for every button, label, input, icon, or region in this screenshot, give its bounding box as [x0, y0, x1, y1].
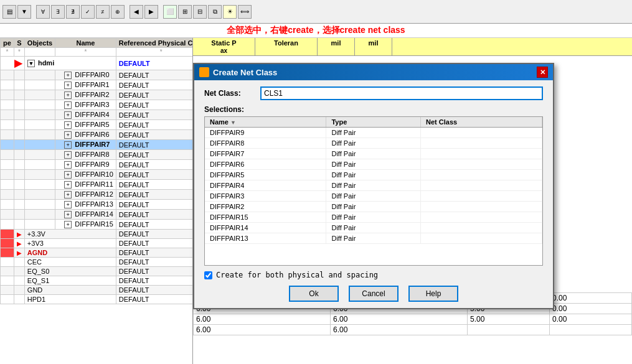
create-checkbox[interactable] — [204, 271, 212, 279]
list-item[interactable]: DIFFPAIR14Diff Pair — [205, 223, 542, 233]
sort-arrow-name: ▼ — [230, 119, 236, 126]
netclass-row: Net Class: — [204, 86, 543, 100]
cancel-button[interactable]: Cancel — [349, 286, 399, 302]
create-netclass-dialog: Create Net Class ✕ Net Class: Selections… — [193, 63, 554, 309]
list-item[interactable]: DIFFPAIR5Diff Pair — [205, 170, 542, 180]
list-netclass — [421, 233, 542, 244]
list-netclass — [421, 223, 542, 233]
list-item[interactable]: DIFFPAIR15Diff Pair — [205, 212, 542, 223]
list-item[interactable]: DIFFPAIR9Diff Pair — [205, 128, 542, 138]
selection-list-container[interactable]: Name ▼ Type Net Class DIFFPAIR9Diff Pair… — [204, 116, 543, 266]
dialog-body: Net Class: Selections: Name ▼ Type — [194, 80, 553, 308]
toolbar-tool-1[interactable]: ⬜ — [163, 5, 177, 19]
list-name: DIFFPAIR2 — [205, 202, 326, 212]
toolbar-btn-1[interactable]: ▤ — [2, 5, 16, 19]
help-button[interactable]: Help — [408, 286, 458, 302]
dialog-buttons: Ok Cancel Help — [204, 286, 543, 302]
list-type: Diff Pair — [326, 128, 421, 138]
toolbar-tool-5[interactable]: ☀ — [223, 5, 237, 19]
list-netclass — [421, 159, 542, 170]
list-name: DIFFPAIR14 — [205, 223, 326, 233]
dialog-titlebar: Create Net Class ✕ — [194, 64, 553, 80]
toolbar-filter-3[interactable]: ∄ — [66, 5, 80, 19]
list-netclass — [421, 202, 542, 212]
netclass-label: Net Class: — [204, 89, 260, 98]
list-netclass — [421, 170, 542, 180]
annotation-bar: 全部选中，右键create，选择create net class — [0, 24, 632, 38]
checkbox-row: Create for both physical and spacing — [204, 271, 543, 279]
list-type: Diff Pair — [326, 149, 421, 159]
list-item[interactable]: DIFFPAIR8Diff Pair — [205, 138, 542, 149]
netclass-input[interactable] — [260, 86, 543, 100]
toolbar-filter-1[interactable]: ∀ — [36, 5, 50, 19]
list-type: Diff Pair — [326, 170, 421, 180]
list-type: Diff Pair — [326, 138, 421, 149]
list-netclass — [421, 191, 542, 202]
dialog-icon — [199, 67, 209, 77]
list-netclass — [421, 128, 542, 138]
list-body: DIFFPAIR9Diff PairDIFFPAIR8Diff PairDIFF… — [205, 128, 542, 244]
toolbar-tool-6[interactable]: ⟺ — [238, 5, 252, 19]
main-area: pe S Objects Name Referenced Physical CS… — [0, 38, 632, 364]
ok-button[interactable]: Ok — [289, 286, 339, 302]
list-item[interactable]: DIFFPAIR6Diff Pair — [205, 159, 542, 170]
list-netclass — [421, 149, 542, 159]
dialog-close-button[interactable]: ✕ — [537, 67, 548, 78]
toolbar-tool-3[interactable]: ⊟ — [193, 5, 207, 19]
toolbar-back[interactable]: ◀ — [130, 5, 143, 19]
dialog-overlay: Create Net Class ✕ Net Class: Selections… — [0, 38, 632, 364]
toolbar-filter-6[interactable]: ⊕ — [111, 5, 125, 19]
list-type: Diff Pair — [326, 233, 421, 244]
list-name: DIFFPAIR3 — [205, 191, 326, 202]
list-item[interactable]: DIFFPAIR13Diff Pair — [205, 233, 542, 244]
list-item[interactable]: DIFFPAIR4Diff Pair — [205, 180, 542, 191]
toolbar-filter-2[interactable]: ∃ — [51, 5, 65, 19]
toolbar: ▤ ▼ ∀ ∃ ∄ ✓ ≠ ⊕ ◀ ▶ ⬜ ⊞ ⊟ ⧉ ☀ ⟺ — [0, 0, 632, 24]
checkbox-label: Create for both physical and spacing — [216, 271, 378, 279]
list-name: DIFFPAIR15 — [205, 212, 326, 223]
list-name: DIFFPAIR4 — [205, 180, 326, 191]
list-item[interactable]: DIFFPAIR3Diff Pair — [205, 191, 542, 202]
list-col-name[interactable]: Name ▼ — [205, 117, 326, 128]
list-name: DIFFPAIR6 — [205, 159, 326, 170]
annotation-text: 全部选中，右键create，选择create net class — [227, 25, 405, 35]
list-type: Diff Pair — [326, 202, 421, 212]
list-type: Diff Pair — [326, 223, 421, 233]
toolbar-tool-4[interactable]: ⧉ — [208, 5, 222, 19]
list-name: DIFFPAIR9 — [205, 128, 326, 138]
list-netclass — [421, 212, 542, 223]
list-type: Diff Pair — [326, 180, 421, 191]
dialog-title: Create Net Class — [213, 68, 277, 77]
toolbar-fwd[interactable]: ▶ — [144, 5, 158, 19]
toolbar-filter-4[interactable]: ✓ — [81, 5, 95, 19]
list-netclass — [421, 138, 542, 149]
toolbar-tool-2[interactable]: ⊞ — [178, 5, 192, 19]
list-name: DIFFPAIR8 — [205, 138, 326, 149]
list-col-type[interactable]: Type — [326, 117, 421, 128]
list-item[interactable]: DIFFPAIR2Diff Pair — [205, 202, 542, 212]
list-item[interactable]: DIFFPAIR7Diff Pair — [205, 149, 542, 159]
list-name: DIFFPAIR5 — [205, 170, 326, 180]
list-netclass — [421, 180, 542, 191]
list-type: Diff Pair — [326, 191, 421, 202]
list-type: Diff Pair — [326, 212, 421, 223]
list-name: DIFFPAIR7 — [205, 149, 326, 159]
list-name: DIFFPAIR13 — [205, 233, 326, 244]
list-col-netclass[interactable]: Net Class — [421, 117, 542, 128]
selection-list: Name ▼ Type Net Class DIFFPAIR9Diff Pair… — [205, 117, 542, 244]
selections-label: Selections: — [204, 105, 543, 114]
toolbar-btn-2[interactable]: ▼ — [17, 5, 31, 19]
toolbar-filter-5[interactable]: ≠ — [96, 5, 110, 19]
list-type: Diff Pair — [326, 159, 421, 170]
